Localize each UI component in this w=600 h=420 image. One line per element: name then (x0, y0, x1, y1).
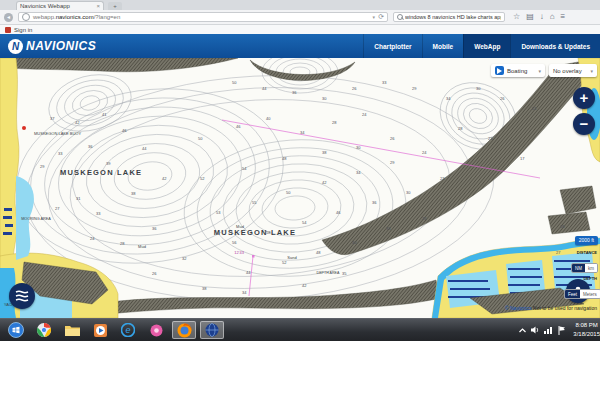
library-icon[interactable]: ▤ (526, 12, 534, 22)
chart-map-container: 3742414636332939443127333842362824504640… (0, 58, 600, 318)
depth-number: 54 (242, 166, 247, 171)
depth-number: 42 (75, 120, 80, 125)
depth-number: 40 (352, 240, 357, 245)
depth-number: 26 (152, 271, 157, 276)
url-dropdown-icon[interactable]: ▾ (373, 14, 376, 20)
search-value: windows 8 navionics HD lake charts app (405, 14, 501, 20)
attribution-text: Not to be used for navigation (533, 305, 597, 311)
nautical-chart[interactable]: 3742414636332939443127333842362824504640… (0, 58, 600, 318)
depth-number: 46 (122, 128, 127, 133)
back-button[interactable]: ◂ (4, 13, 13, 22)
depth-number: 29 (390, 160, 395, 165)
depth-number: 30 (322, 96, 327, 101)
depth-number: 48 (316, 250, 321, 255)
depth-number: 46 (236, 124, 241, 129)
signin-bookmark-icon (5, 27, 11, 33)
blue-globe-app-icon[interactable] (200, 321, 224, 339)
depth-number: 26 (390, 136, 395, 141)
distance-unit-toggle[interactable]: NMkm (571, 263, 598, 273)
depth-number: 46 (336, 210, 341, 215)
taskbar-apps: e (4, 321, 224, 339)
depth-number: 26 (352, 86, 357, 91)
depth-number: 27 (55, 206, 60, 211)
depth-number: 44 (262, 86, 267, 91)
depth-number: 30 (406, 190, 411, 195)
depth-number: 33 (58, 151, 63, 156)
home-icon[interactable]: ⌂ (550, 12, 555, 22)
zoom-out-button[interactable]: − (573, 113, 595, 135)
nav-tab-chartplotter[interactable]: Chartplotter (363, 34, 421, 58)
depth-number: 39 (106, 161, 111, 166)
search-input[interactable]: windows 8 navionics HD lake charts app (393, 12, 505, 22)
menu-button[interactable] (9, 283, 35, 309)
depth-number: 36 (292, 90, 297, 95)
map-label: DEPTH AREA (317, 271, 340, 275)
media-player-icon[interactable] (88, 321, 112, 339)
browser-tab-strip: Navionics Webapp × + (0, 0, 600, 10)
url-bar[interactable]: webapp.navionics.com/?lang=en ▾ ⟳ (18, 12, 388, 22)
lake-buoy-icon[interactable] (22, 126, 26, 130)
depth-number: 42 (162, 176, 167, 181)
unit-option-nm[interactable]: NM (572, 264, 585, 272)
zoom-in-button[interactable]: + (573, 87, 595, 109)
depth-number: 37 (50, 116, 55, 121)
flag-icon[interactable] (557, 326, 566, 335)
navionics-logo[interactable]: N NAVIONICS (8, 34, 96, 58)
bookmark-star-icon[interactable]: ☆ (513, 12, 520, 22)
nav-tab-downloads-updates[interactable]: Downloads & Updates (510, 34, 600, 58)
overlay-dropdown[interactable]: No overlay ▾ (549, 64, 597, 77)
firefox-icon[interactable] (172, 321, 196, 339)
file-explorer-icon[interactable] (60, 321, 84, 339)
depth-number: 32 (182, 256, 187, 261)
route-distance-label: 12'43 (234, 250, 244, 255)
unit-option-feet[interactable]: Feet (565, 290, 580, 298)
depth-number: 24 (90, 236, 95, 241)
map-mode-dropdown[interactable]: Boating ▾ (491, 64, 545, 77)
map-label: Mud (236, 224, 244, 229)
internet-explorer-icon[interactable]: e (116, 321, 140, 339)
depth-number: 38 (202, 286, 207, 291)
map-label: MUSKEGON LAKE (214, 228, 296, 237)
depth-unit-toggle[interactable]: FeetMeters (564, 289, 600, 299)
depth-number: 52 (282, 260, 287, 265)
chrome-icon[interactable] (32, 321, 56, 339)
windows-taskbar: e 8:08 PM 3/18/2015 (0, 318, 600, 341)
nav-tab-mobile[interactable]: Mobile (422, 34, 464, 58)
depth-number: 34 (242, 290, 247, 295)
map-attribution: © Navionics Not to be used for navigatio… (505, 305, 597, 311)
depth-number: 30 (476, 86, 481, 91)
unit-option-meters[interactable]: Meters (580, 290, 600, 298)
depth-number: 50 (232, 80, 237, 85)
depth-number: 26 (500, 96, 505, 101)
chevron-down-icon: ▾ (587, 68, 593, 74)
depth-number: 28 (120, 241, 125, 246)
depth-number: 44 (142, 146, 147, 151)
tab-close-icon[interactable]: × (96, 3, 100, 9)
depth-number: 50 (286, 190, 291, 195)
attribution-link[interactable]: © Navionics (505, 305, 532, 311)
brand-name: NAVIONICS (26, 39, 96, 53)
chevron-up-icon[interactable] (518, 326, 527, 335)
site-favicon (22, 13, 30, 21)
unit-option-km[interactable]: km (585, 264, 597, 272)
depth-number: 38 (322, 150, 327, 155)
clock-time: 8:08 PM (573, 321, 600, 330)
taskbar-clock[interactable]: 8:08 PM 3/18/2015 (569, 321, 600, 339)
downloads-icon[interactable]: ↓ (540, 12, 544, 22)
network-icon[interactable] (544, 326, 553, 335)
menu-icon[interactable]: ≡ (561, 12, 566, 22)
depth-number: 38 (131, 191, 136, 196)
depth-number: 17 (520, 156, 525, 161)
start-button[interactable] (4, 321, 28, 339)
signin-bookmark[interactable]: Sign in (14, 27, 32, 33)
depth-number: 36 (152, 226, 157, 231)
nav-tab-webapp[interactable]: WebApp (463, 34, 510, 58)
depth-number: 33 (386, 226, 391, 231)
speaker-icon[interactable] (531, 326, 540, 335)
browser-tab[interactable]: Navionics Webapp × (16, 1, 104, 10)
reload-icon[interactable]: ⟳ (378, 13, 384, 21)
photos-app-icon[interactable] (144, 321, 168, 339)
new-tab-button[interactable]: + (108, 2, 122, 10)
depth-number: 26 (422, 216, 427, 221)
units-panel: 2000 ft DISTANCE NMkm DEPTH FeetMeters (564, 228, 598, 300)
